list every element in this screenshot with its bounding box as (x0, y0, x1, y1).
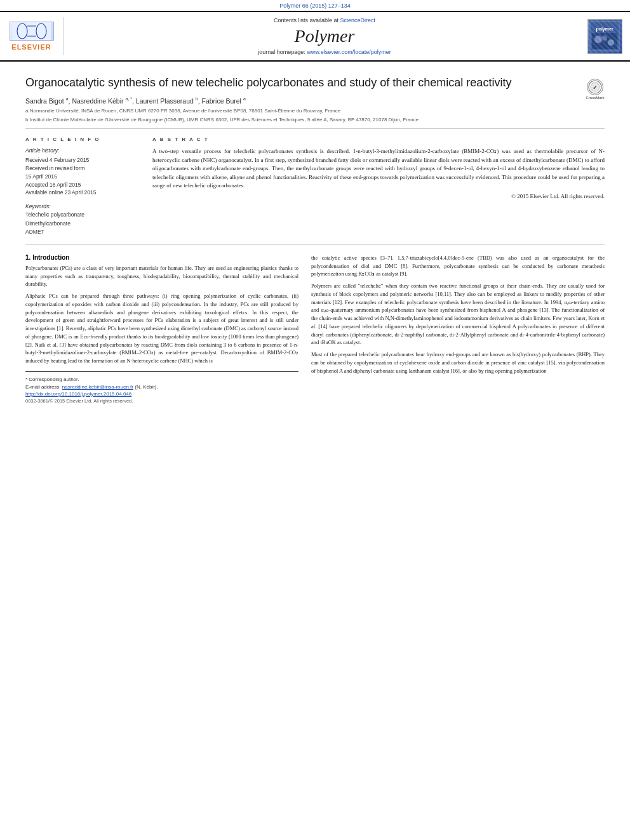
homepage-link[interactable]: www.elsevier.com/locate/polymer (307, 49, 391, 55)
crossmark-section: ✓ CrossMark (586, 76, 605, 100)
issn-line: 0032-3861/© 2015 Elsevier Ltd. All right… (25, 398, 298, 404)
abstract-column: A B S T R A C T A two-step versatile pro… (152, 137, 605, 237)
article-info-label: A R T I C L E I N F O (25, 137, 140, 142)
citation-bar: Polymer 66 (2015) 127–134 (0, 0, 630, 11)
crossmark-label: CrossMark (586, 96, 604, 100)
svg-rect-0 (13, 22, 51, 40)
received-date: Received 4 February 2015 (25, 156, 140, 164)
right-para1: the catalytic active species [3–7]. 1,5,… (311, 254, 605, 278)
keyword-2: Dimethylcarbonate (25, 220, 140, 229)
elsevier-image (10, 22, 54, 41)
keyword-3: ADMET (25, 228, 140, 237)
intro-heading: 1. Introduction (25, 254, 298, 261)
footnote-section: * Corresponding author. E-mail address: … (25, 371, 298, 391)
revised-date: 15 April 2015 (25, 173, 140, 181)
email-link[interactable]: nasreddine.kebir@insa-rouen.fr (62, 384, 133, 390)
right-para3: Most of the prepared telechelic polycarb… (311, 350, 605, 375)
article-title-block: Organocatalytic synthesis of new teleche… (25, 76, 579, 123)
svg-point-10 (608, 39, 614, 46)
section-title: Introduction (32, 254, 69, 261)
svg-point-9 (594, 36, 602, 43)
journal-center-info: Contents lists available at ScienceDirec… (70, 17, 579, 55)
history-label: Article history: (25, 147, 140, 154)
available-date: Available online 23 April 2015 (25, 189, 140, 197)
and-word: and (373, 263, 381, 269)
main-content: Organocatalytic synthesis of new teleche… (0, 62, 630, 417)
crossmark-icon: ✓ (587, 79, 603, 95)
journal-title: Polymer (295, 26, 355, 46)
affiliation-a: a Normandie Université, INSA de Rouen, C… (25, 107, 579, 114)
svg-text:✓: ✓ (593, 84, 598, 91)
intro-para2: Aliphatic PCs can be prepared through th… (25, 292, 298, 365)
body-right-column: the catalytic active species [3–7]. 1,5,… (311, 254, 605, 404)
corresponding-author-note: * Corresponding author. (25, 376, 298, 383)
article-title: Organocatalytic synthesis of new teleche… (25, 76, 579, 90)
authors-line: Sandra Bigot a, Nasreddine Kébir a, *, L… (25, 97, 579, 105)
affiliation-b: b Institut de Chimie Moléculaire de l'Un… (25, 116, 579, 123)
revised-label: Received in revised form (25, 164, 140, 173)
polymer-thumbnail: polymer (586, 17, 624, 55)
body-content: 1. Introduction Polycarbonates (PCs) are… (25, 245, 605, 404)
email-person: (N. Kébir). (135, 384, 158, 390)
body-left-column: 1. Introduction Polycarbonates (PCs) are… (25, 254, 298, 404)
journal-homepage: journal homepage: www.elsevier.com/locat… (258, 49, 391, 55)
doi-anchor[interactable]: http://dx.doi.org/10.1016/j.polymer.2015… (25, 391, 131, 397)
email-label: E-mail address: (25, 384, 61, 390)
abstract-label: A B S T R A C T (152, 137, 605, 142)
svg-rect-8 (592, 33, 617, 49)
journal-header: ELSEVIER Contents lists available at Sci… (0, 11, 630, 62)
article-info-column: A R T I C L E I N F O Article history: R… (25, 137, 140, 237)
contents-available: Contents lists available at ScienceDirec… (274, 17, 375, 23)
accepted-date: Accepted 16 April 2015 (25, 181, 140, 189)
copyright-line: © 2015 Elsevier Ltd. All rights reserved… (152, 193, 605, 199)
abstract-text: A two-step versatile process for teleche… (152, 147, 605, 190)
svg-point-11 (602, 36, 607, 41)
keyword-1: Telechelic polycarbonate (25, 211, 140, 220)
svg-rect-6 (590, 22, 619, 51)
keywords-label: Keywords: (25, 203, 140, 210)
svg-rect-5 (589, 20, 620, 52)
email-note: E-mail address: nasreddine.kebir@insa-ro… (25, 383, 298, 391)
sciencedirect-link[interactable]: ScienceDirect (340, 17, 376, 23)
keywords-section: Keywords: Telechelic polycarbonate Dimet… (25, 203, 140, 237)
right-para2: Polymers are called "telechelic" when th… (311, 282, 605, 347)
article-title-section: Organocatalytic synthesis of new teleche… (25, 68, 605, 129)
doi-link[interactable]: http://dx.doi.org/10.1016/j.polymer.2015… (25, 391, 298, 397)
svg-text:polymer: polymer (596, 27, 613, 32)
citation-text: Polymer 66 (2015) 127–134 (279, 3, 351, 9)
intro-para1: Polycarbonates (PCs) are a class of very… (25, 264, 298, 288)
polymer-cover-image: polymer (587, 19, 622, 54)
section-number: 1. (25, 254, 30, 261)
article-info-abstract-section: A R T I C L E I N F O Article history: R… (25, 129, 605, 245)
elsevier-wordmark: ELSEVIER (11, 43, 51, 51)
elsevier-logo-section: ELSEVIER (6, 17, 64, 55)
